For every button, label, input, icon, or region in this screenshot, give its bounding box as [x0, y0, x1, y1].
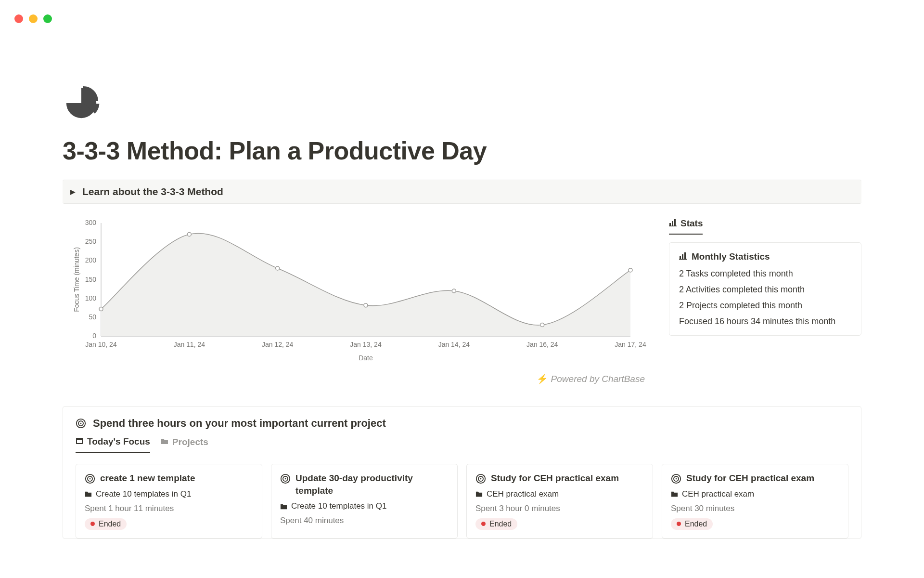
- svg-text:150: 150: [85, 276, 97, 283]
- pie-chart-icon: [63, 84, 100, 122]
- window-maximize-button[interactable]: [43, 14, 52, 23]
- svg-rect-27: [680, 256, 681, 259]
- tabs-row: Today's Focus Projects: [76, 436, 848, 453]
- stats-card-title: Monthly Statistics: [679, 251, 851, 262]
- svg-rect-26: [669, 226, 677, 227]
- status-dot-icon: [677, 522, 681, 526]
- svg-text:Focus Time (minutes): Focus Time (minutes): [73, 247, 80, 312]
- task-project: CEH practical exam: [671, 489, 839, 499]
- svg-text:50: 50: [89, 313, 96, 321]
- svg-point-7: [99, 307, 103, 311]
- svg-text:Jan 16, 24: Jan 16, 24: [526, 341, 558, 348]
- svg-point-8: [187, 233, 191, 236]
- folder-icon: [475, 490, 483, 498]
- svg-rect-29: [684, 252, 686, 259]
- status-dot-icon: [481, 522, 486, 526]
- tab-todays-focus[interactable]: Today's Focus: [76, 436, 150, 453]
- target-icon: [85, 473, 95, 484]
- target-icon: [76, 418, 86, 429]
- svg-point-11: [452, 289, 456, 293]
- task-project: Create 10 templates in Q1: [85, 489, 253, 499]
- svg-text:250: 250: [85, 237, 97, 245]
- focus-section: Spend three hours on your most important…: [63, 406, 861, 539]
- svg-point-41: [285, 478, 286, 480]
- svg-point-47: [676, 478, 677, 480]
- status-dot-icon: [90, 522, 95, 526]
- page-content: 3-3-3 Method: Plan a Productive Day ▶ Le…: [0, 0, 924, 539]
- stats-tab[interactable]: Stats: [669, 218, 703, 235]
- chart-attribution: ⚡Powered by ChartBase: [63, 373, 650, 384]
- focus-chart: 050100150200250300Jan 10, 24Jan 11, 24Ja…: [63, 218, 650, 384]
- stats-line: 2 Activities completed this month: [679, 285, 851, 295]
- svg-text:Jan 13, 24: Jan 13, 24: [350, 341, 382, 348]
- tab-projects[interactable]: Projects: [161, 436, 208, 453]
- task-title: Study for CEH practical exam: [491, 472, 619, 485]
- callout-text: Learn about the 3-3-3 Method: [82, 186, 223, 197]
- task-title: Study for CEH practical exam: [686, 472, 814, 485]
- toggle-arrow-icon: ▶: [70, 188, 76, 196]
- task-spent: Spent 40 minutes: [280, 516, 449, 525]
- lightning-icon: ⚡: [537, 374, 548, 384]
- svg-text:Jan 12, 24: Jan 12, 24: [262, 341, 294, 348]
- focus-chart-svg: 050100150200250300Jan 10, 24Jan 11, 24Ja…: [63, 218, 650, 363]
- svg-text:300: 300: [85, 219, 97, 226]
- svg-rect-25: [674, 219, 676, 226]
- svg-text:0: 0: [92, 332, 96, 340]
- task-card[interactable]: Update 30-day productivity template Crea…: [271, 464, 458, 539]
- svg-rect-24: [672, 221, 673, 226]
- cards-row: create 1 new template Create 10 template…: [76, 464, 848, 539]
- task-spent: Spent 3 hour 0 minutes: [475, 504, 644, 513]
- task-project: Create 10 templates in Q1: [280, 501, 449, 511]
- task-card[interactable]: Study for CEH practical exam CEH practic…: [662, 464, 848, 539]
- target-icon: [475, 473, 486, 484]
- window-close-button[interactable]: [14, 14, 23, 23]
- svg-text:Date: Date: [359, 354, 373, 362]
- calendar-icon: [76, 436, 83, 447]
- task-card[interactable]: Study for CEH practical exam CEH practic…: [466, 464, 653, 539]
- svg-rect-35: [77, 440, 82, 443]
- svg-point-44: [480, 478, 482, 480]
- svg-rect-30: [679, 259, 687, 260]
- status-badge: Ended: [85, 518, 127, 530]
- svg-point-13: [629, 268, 632, 272]
- svg-point-33: [80, 423, 82, 424]
- svg-point-10: [364, 303, 368, 307]
- window-minimize-button[interactable]: [29, 14, 38, 23]
- window-controls: [14, 14, 52, 23]
- svg-text:Jan 11, 24: Jan 11, 24: [174, 341, 205, 348]
- task-title: Update 30-day productivity template: [295, 472, 449, 497]
- task-card[interactable]: create 1 new template Create 10 template…: [76, 464, 262, 539]
- stats-line: 2 Tasks completed this month: [679, 269, 851, 279]
- status-badge: Ended: [475, 518, 517, 530]
- task-title: create 1 new template: [100, 472, 195, 485]
- svg-point-12: [540, 323, 544, 327]
- task-spent: Spent 30 minutes: [671, 504, 839, 513]
- svg-rect-28: [682, 254, 683, 259]
- svg-text:Jan 14, 24: Jan 14, 24: [438, 341, 470, 348]
- target-icon: [671, 473, 681, 484]
- svg-text:Jan 10, 24: Jan 10, 24: [85, 341, 117, 348]
- stats-panel: Stats Monthly Statistics 2 Tasks complet…: [669, 218, 861, 336]
- svg-point-38: [90, 478, 91, 480]
- stats-card: Monthly Statistics 2 Tasks completed thi…: [669, 242, 861, 336]
- folder-icon: [85, 490, 92, 498]
- svg-text:200: 200: [85, 256, 97, 264]
- folder-icon: [161, 437, 168, 447]
- section-heading: Spend three hours on your most important…: [93, 417, 386, 430]
- page-title: 3-3-3 Method: Plan a Productive Day: [63, 136, 861, 165]
- section-header: Spend three hours on your most important…: [76, 417, 848, 430]
- svg-point-9: [276, 266, 280, 270]
- folder-icon: [280, 503, 287, 510]
- status-badge: Ended: [671, 518, 713, 530]
- folder-icon: [671, 490, 678, 498]
- stats-line: 2 Projects completed this month: [679, 301, 851, 311]
- target-icon: [280, 473, 291, 484]
- svg-text:Jan 17, 24: Jan 17, 24: [615, 341, 646, 348]
- bar-chart-icon: [679, 251, 687, 262]
- task-project: CEH practical exam: [475, 489, 644, 499]
- bar-chart-icon: [669, 218, 677, 229]
- svg-rect-23: [669, 223, 671, 226]
- learn-callout[interactable]: ▶ Learn about the 3-3-3 Method: [63, 180, 861, 204]
- stats-line: Focused 16 hours 34 minutes this month: [679, 316, 851, 327]
- task-spent: Spent 1 hour 11 minutes: [85, 504, 253, 513]
